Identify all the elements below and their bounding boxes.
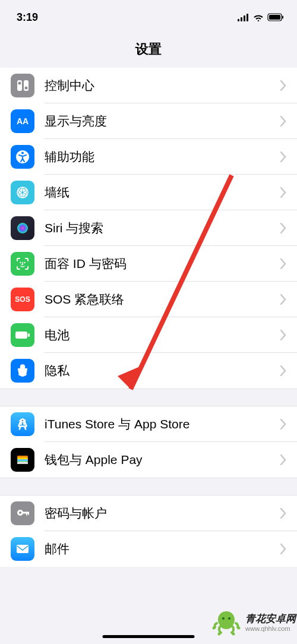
row-label: iTunes Store 与 App Store	[45, 416, 280, 433]
svg-rect-39	[28, 512, 29, 515]
wallpaper-icon	[11, 181, 34, 204]
siri-icon	[11, 216, 34, 240]
row-label: 面容 ID 与密码	[45, 255, 280, 272]
settings-group-1: 控制中心 AA 显示与亮度 辅助功能 墙纸 Siri 与搜索 面容	[0, 68, 297, 389]
page-title: 设置	[0, 40, 297, 58]
svg-rect-5	[269, 15, 280, 20]
row-label: 墙纸	[45, 184, 280, 201]
row-label: 隐私	[45, 362, 280, 379]
chevron-right-icon	[280, 294, 286, 305]
settings-row-sos[interactable]: SOS SOS 紧急联络	[0, 282, 297, 317]
row-label: 辅助功能	[45, 149, 280, 165]
chevron-right-icon	[280, 151, 286, 162]
row-label: Siri 与搜索	[45, 220, 280, 236]
svg-point-23	[20, 262, 21, 263]
svg-rect-38	[26, 512, 27, 516]
header: 设置	[0, 30, 297, 68]
svg-rect-37	[23, 512, 29, 514]
row-label: 密码与帐户	[45, 505, 280, 522]
svg-point-10	[25, 87, 28, 90]
settings-row-wallet[interactable]: 钱包与 Apple Pay	[0, 442, 297, 478]
row-label: 邮件	[45, 541, 280, 557]
mail-icon	[11, 537, 34, 561]
svg-point-47	[238, 627, 241, 630]
svg-rect-0	[238, 19, 239, 21]
svg-rect-40	[17, 545, 29, 553]
settings-row-accessibility[interactable]: 辅助功能	[0, 139, 297, 175]
settings-group-3: 密码与帐户 邮件	[0, 495, 297, 567]
settings-row-itunes[interactable]: iTunes Store 与 App Store	[0, 406, 297, 442]
key-icon	[11, 501, 34, 525]
svg-rect-3	[247, 14, 248, 21]
chevron-right-icon	[280, 419, 286, 430]
privacy-icon	[11, 359, 34, 383]
svg-point-14	[17, 187, 28, 198]
svg-rect-6	[282, 16, 283, 19]
chevron-right-icon	[280, 223, 286, 233]
settings-row-control-center[interactable]: 控制中心	[0, 68, 297, 103]
chevron-right-icon	[280, 544, 286, 554]
chevron-right-icon	[280, 258, 286, 269]
app-store-icon	[11, 412, 34, 436]
settings-row-wallpaper[interactable]: 墙纸	[0, 175, 297, 210]
row-label: 显示与亮度	[45, 113, 280, 130]
svg-rect-30	[18, 368, 27, 371]
row-label: 钱包与 Apple Pay	[45, 452, 280, 468]
row-label: 电池	[45, 327, 280, 343]
settings-row-siri[interactable]: Siri 与搜索	[0, 210, 297, 246]
chevron-right-icon	[280, 454, 286, 465]
chevron-right-icon	[280, 80, 286, 91]
svg-point-22	[17, 223, 28, 233]
svg-point-43	[228, 617, 230, 620]
battery-settings-icon	[11, 323, 34, 347]
svg-text:AA: AA	[17, 116, 29, 126]
watermark-url: www.qhhlv.com	[245, 625, 296, 633]
watermark: 青花安卓网 www.qhhlv.com	[210, 607, 296, 639]
control-center-icon	[11, 74, 34, 97]
chevron-right-icon	[280, 116, 286, 127]
svg-rect-27	[28, 333, 30, 337]
chevron-right-icon	[280, 365, 286, 376]
sos-icon: SOS	[11, 288, 34, 311]
settings-row-display[interactable]: AA 显示与亮度	[0, 103, 297, 139]
wifi-icon	[253, 14, 264, 21]
row-label: SOS 紧急联络	[45, 291, 280, 308]
svg-rect-2	[244, 15, 245, 21]
svg-point-13	[21, 152, 24, 154]
battery-icon	[267, 13, 284, 21]
status-bar: 3:19	[0, 0, 297, 30]
svg-point-44	[218, 633, 221, 636]
settings-row-passwords[interactable]: 密码与帐户	[0, 495, 297, 531]
chevron-right-icon	[280, 508, 286, 519]
wallet-icon	[11, 448, 34, 472]
faceid-icon	[11, 252, 34, 276]
watermark-text: 青花安卓网 www.qhhlv.com	[245, 613, 296, 632]
status-icons	[238, 13, 284, 21]
watermark-title: 青花安卓网	[245, 613, 296, 625]
settings-row-battery[interactable]: 电池	[0, 317, 297, 353]
svg-rect-26	[15, 332, 27, 339]
accessibility-icon	[11, 145, 34, 169]
status-time: 3:19	[17, 11, 38, 24]
settings-row-privacy[interactable]: 隐私	[0, 353, 297, 389]
section-gap	[0, 478, 297, 495]
home-indicator	[103, 635, 195, 638]
settings-row-mail[interactable]: 邮件	[0, 531, 297, 567]
watermark-logo	[210, 607, 243, 639]
settings-row-faceid[interactable]: 面容 ID 与密码	[0, 246, 297, 282]
svg-point-36	[19, 512, 21, 514]
svg-point-45	[232, 633, 235, 636]
svg-rect-1	[241, 17, 242, 21]
row-label: 控制中心	[45, 77, 280, 94]
display-icon: AA	[11, 109, 34, 133]
svg-point-46	[213, 627, 216, 630]
svg-point-8	[18, 82, 21, 85]
svg-text:SOS: SOS	[15, 295, 30, 304]
settings-group-2: iTunes Store 与 App Store 钱包与 Apple Pay	[0, 406, 297, 478]
svg-point-42	[222, 617, 225, 620]
chevron-right-icon	[280, 187, 286, 198]
chevron-right-icon	[280, 330, 286, 340]
signal-icon	[238, 14, 249, 21]
section-gap	[0, 389, 297, 406]
svg-point-24	[24, 262, 25, 263]
